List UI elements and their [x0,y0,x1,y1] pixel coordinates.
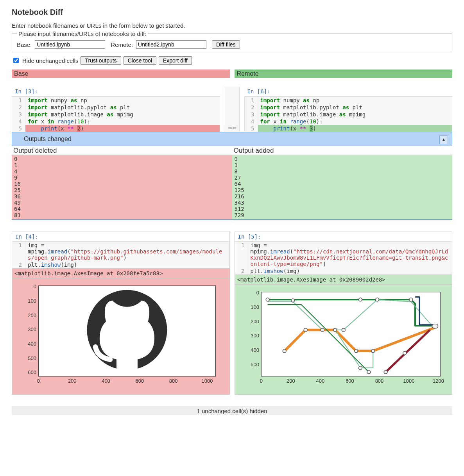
svg-text:500: 500 [251,362,259,367]
remote-label: Remote: [111,41,133,48]
gutter-arrows-icon: ⇒⇐ [225,87,240,132]
base-header: Base [12,70,230,78]
svg-point-40 [333,328,337,332]
remote-header: Remote [235,70,453,78]
base-code-1: 1import numpy as np 2import matplotlib.p… [12,96,220,132]
remote-plot: 0100200 300400500 0200400 60080010001200 [235,285,452,392]
hide-unchanged-label: Hide unchanged cells [22,57,78,64]
diff-cell-1: In [3]: 1import numpy as np 2import matp… [12,87,452,220]
base-changed-token: 2 [77,125,80,132]
remote-input[interactable] [136,40,206,49]
svg-point-36 [375,298,379,301]
hide-unchanged-checkbox[interactable] [13,58,19,63]
base-code-2: 1img = mpimg.imread("https://github.gith… [12,242,229,268]
svg-text:200: 200 [68,378,77,384]
outputs-changed-label: Outputs changed [24,135,72,142]
base-axes-repr: <matplotlib.image.AxesImage at 0x208fe7a… [12,268,229,278]
base-label: Base: [17,41,32,48]
svg-text:0: 0 [256,290,259,296]
svg-text:400: 400 [28,341,36,347]
svg-point-33 [321,328,324,332]
svg-point-35 [358,298,362,301]
svg-text:1000: 1000 [403,378,414,384]
svg-point-37 [409,298,413,301]
svg-text:600: 600 [346,378,354,384]
intro-text: Enter notebook filenames or URLs in the … [12,22,452,29]
remote-code-1: 1import numpy as np 2import matplotlib.p… [244,96,453,132]
svg-point-45 [358,366,362,370]
svg-point-44 [403,351,406,355]
remote-code-2: 1img = mpimg.imread("https://cdn.nextjou… [235,242,452,275]
diff-files-button[interactable]: Diff files [212,40,240,49]
svg-point-42 [371,349,374,353]
remote-prompt-2: In [5]: [235,232,452,242]
svg-point-39 [283,349,286,353]
svg-text:1000: 1000 [202,378,213,384]
close-tool-button[interactable]: Close tool [124,56,156,65]
base-plot: 0100200 300400500600 0200400 6008001000 [12,278,229,394]
svg-text:200: 200 [287,378,295,384]
svg-text:0: 0 [34,283,36,289]
svg-text:500: 500 [28,355,36,361]
outputs-changed-bar: Outputs changed ▲ [12,132,452,146]
svg-text:300: 300 [251,333,259,339]
output-deleted-title: Output deleted [12,146,232,155]
svg-point-32 [291,299,294,302]
svg-point-34 [342,328,345,332]
trust-outputs-button[interactable]: Trust outputs [81,56,121,65]
svg-text:200: 200 [251,319,259,324]
svg-point-46 [367,370,371,374]
svg-text:100: 100 [28,298,36,304]
svg-point-38 [304,328,307,332]
svg-point-41 [354,349,358,353]
svg-text:400: 400 [316,378,324,384]
svg-point-43 [384,370,387,374]
svg-point-31 [266,298,269,301]
svg-text:0: 0 [37,378,40,384]
svg-text:200: 200 [28,312,36,318]
svg-rect-47 [432,324,438,328]
svg-text:1200: 1200 [433,378,444,384]
output-added-body: 0 1 8 27 64 125 216 343 512 729 [232,155,453,219]
remote-changed-token: 3 [310,125,313,132]
output-added-title: Output added [232,146,453,155]
base-prompt-1: In [3]: [12,87,220,96]
diff-cell-2: In [4]: 1img = mpimg.imread("https://git… [12,232,452,395]
svg-text:300: 300 [28,326,36,332]
svg-text:400: 400 [102,378,110,384]
svg-text:400: 400 [251,347,259,353]
svg-text:800: 800 [375,378,383,384]
svg-text:800: 800 [169,378,178,384]
base-prompt-2: In [4]: [12,232,229,242]
svg-text:100: 100 [251,304,259,310]
output-deleted-body: 0 1 4 9 16 25 36 49 64 81 [12,155,232,219]
svg-text:600: 600 [136,378,144,384]
filename-fieldset: Please input filenames/URLs of notebooks… [12,30,452,52]
remote-axes-repr: <matplotlib.image.AxesImage at 0x2089002… [235,275,452,285]
fieldset-legend: Please input filenames/URLs of notebooks… [17,30,148,37]
remote-prompt-1: In [6]: [244,87,453,96]
svg-text:0: 0 [260,378,262,384]
collapse-outputs-button[interactable]: ▲ [439,135,448,144]
export-diff-button[interactable]: Export diff [159,56,192,65]
svg-text:600: 600 [28,369,36,375]
base-input[interactable] [35,40,105,49]
hidden-cells-bar: 1 unchanged cell(s) hidden [12,406,452,415]
page-title: Notebook Diff [12,8,452,17]
